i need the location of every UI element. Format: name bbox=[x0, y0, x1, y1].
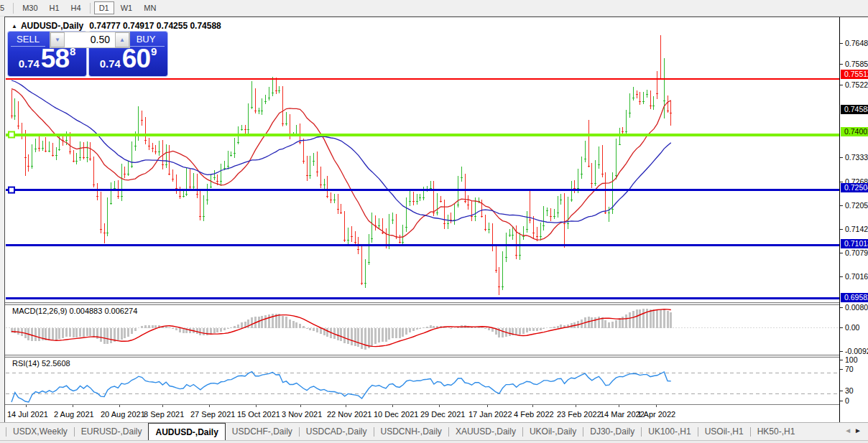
volume-decrease-button[interactable]: ▼ bbox=[50, 32, 65, 47]
chart-symbol-title: AUDUSD-,Daily bbox=[21, 21, 83, 31]
sell-price: 0.74588 bbox=[8, 44, 86, 74]
date-tick-mark bbox=[576, 405, 576, 407]
toolbar-separator bbox=[90, 3, 91, 14]
buy-price-prefix: 0.74 bbox=[100, 57, 121, 70]
price-tick-label: 30 bbox=[845, 386, 854, 395]
date-axis-label: 22 Nov 2021 bbox=[327, 410, 371, 419]
candle-bodies-down bbox=[11, 78, 673, 286]
date-tick-mark bbox=[209, 405, 210, 407]
price-tick-label: 100 bbox=[845, 355, 858, 364]
tab-scroll-right-icon[interactable]: ► bbox=[854, 426, 864, 434]
chart-tab-audusd-daily[interactable]: AUDUSD-,Daily bbox=[148, 423, 225, 440]
volume-spinner: ▼ 0.50 ▲ bbox=[50, 32, 130, 48]
rsi-indicator-label: RSI(14) 52.5608 bbox=[12, 359, 70, 368]
chart-tab-ukoil-daily[interactable]: UKOil-,Daily bbox=[523, 423, 583, 440]
chart-tab-usdchf-daily[interactable]: USDCHF-,Daily bbox=[226, 423, 299, 440]
price-tick-label: 0.72055 bbox=[845, 201, 868, 210]
price-tick-mark bbox=[840, 157, 843, 158]
date-tick-mark bbox=[656, 405, 657, 407]
date-tick-mark bbox=[162, 405, 163, 407]
date-tick-mark bbox=[73, 405, 73, 407]
toolbar-separator bbox=[13, 3, 14, 14]
price-level-badge: 0.75512 bbox=[841, 70, 868, 79]
ma-fast-line bbox=[11, 89, 671, 241]
price-tick-label: 0.73330 bbox=[845, 153, 868, 162]
chart-tab-usdcnh-daily[interactable]: USDCNH-,Daily bbox=[374, 423, 448, 440]
date-tick-mark bbox=[532, 405, 533, 407]
price-tick-mark bbox=[840, 253, 843, 253]
date-tick-mark bbox=[392, 405, 393, 407]
date-axis-label: 2 Aug 2021 bbox=[54, 410, 94, 419]
candle-bodies-up bbox=[14, 90, 665, 287]
chart-tab-hk50-h1[interactable]: HK50-,H1 bbox=[751, 423, 802, 440]
chart-tab-eurusd-daily[interactable]: EURUSD-,Daily bbox=[75, 423, 149, 440]
chevron-up-icon: ▲ bbox=[119, 37, 125, 43]
date-tick-mark bbox=[439, 405, 440, 407]
date-tick-mark bbox=[119, 405, 120, 407]
price-tick-label: 0 bbox=[845, 396, 849, 405]
timeframe-button-m30[interactable]: M30 bbox=[17, 1, 42, 14]
timeframe-button-w1[interactable]: W1 bbox=[116, 1, 138, 14]
date-tick-mark bbox=[26, 405, 27, 407]
sell-price-prefix: 0.74 bbox=[19, 57, 40, 70]
timeframe-button-h4[interactable]: H4 bbox=[66, 1, 86, 14]
macd-indicator-label: MACD(12,26,9) 0.004883 0.006274 bbox=[12, 307, 137, 315]
date-axis-label: 1 Apr 2022 bbox=[637, 410, 675, 419]
chart-tab-usdcad-daily[interactable]: USDCAD-,Daily bbox=[300, 423, 374, 440]
date-axis-label: 15 Oct 2021 bbox=[237, 410, 280, 419]
price-tick-label: 0.76480 bbox=[845, 39, 868, 47]
chart-tab-bar: USDX,WeeklyEURUSD-,DailyAUDUSD-,DailyUSD… bbox=[0, 422, 868, 440]
price-level-badge: 0.74002 bbox=[841, 127, 868, 136]
date-tick-mark bbox=[300, 405, 301, 407]
trading-platform-window: { "toolbar": { "timeframes": [ {"label":… bbox=[0, 0, 868, 443]
timeframe-button-h1[interactable]: H1 bbox=[45, 1, 65, 14]
price-tick-mark bbox=[840, 85, 843, 85]
hline-handle-icon[interactable] bbox=[9, 132, 14, 138]
price-tick-mark bbox=[840, 229, 843, 230]
volume-increase-button[interactable]: ▲ bbox=[115, 32, 129, 47]
price-tick-label: 70 bbox=[845, 365, 854, 373]
date-tick-mark bbox=[346, 405, 346, 407]
price-tick-label: -0.00928 bbox=[845, 347, 868, 355]
price-tick-mark bbox=[840, 64, 843, 65]
price-axis[interactable]: 0.764800.758500.752200.733300.726850.720… bbox=[839, 17, 868, 423]
rsi-pane-canvas[interactable] bbox=[6, 358, 839, 404]
chart-tab-xauusd-daily[interactable]: XAUUSD-,Daily bbox=[449, 423, 522, 440]
volume-input[interactable]: 0.50 bbox=[65, 32, 115, 47]
timeframe-button-5[interactable]: 5 bbox=[0, 1, 9, 14]
date-axis-label: 8 Sep 2021 bbox=[144, 410, 184, 419]
price-tick-label: 0.008061 bbox=[845, 303, 868, 312]
date-tick-mark bbox=[256, 405, 257, 407]
buy-price-pip-digit: 9 bbox=[151, 45, 157, 57]
price-tick-mark bbox=[840, 307, 843, 308]
date-axis-label: 4 Feb 2022 bbox=[514, 410, 554, 419]
status-strip bbox=[0, 440, 868, 443]
collapse-chart-icon[interactable]: ▲ bbox=[11, 23, 17, 29]
date-tick-mark bbox=[487, 405, 488, 407]
ma-slow-line bbox=[11, 80, 671, 223]
price-tick-label: 0.75220 bbox=[845, 80, 868, 89]
timeframe-button-mn[interactable]: MN bbox=[139, 1, 161, 14]
date-tick-mark bbox=[619, 405, 619, 407]
price-tick-mark bbox=[840, 351, 843, 352]
one-click-trading-panel: SELL 0.74588 BUY 0.74609 ▼ 0.50 ▲ bbox=[8, 32, 167, 76]
price-level-badge: 0.72504 bbox=[841, 183, 868, 192]
tab-scroll-left-icon[interactable]: ◄ bbox=[844, 426, 854, 434]
chart-tab-uk100-h1[interactable]: UK100-,H1 bbox=[642, 423, 697, 440]
chart-tab-usoil-h1[interactable]: USOil-,H1 bbox=[698, 423, 750, 440]
date-axis-label: 17 Jan 2022 bbox=[468, 410, 512, 419]
date-axis-label: 10 Dec 2021 bbox=[374, 410, 418, 419]
price-tick-label: 0.70165 bbox=[845, 272, 868, 281]
chart-tab-dj30-daily[interactable]: DJ30-,Daily bbox=[583, 423, 641, 440]
buy-price-big-digits: 60 bbox=[122, 44, 150, 73]
date-axis-label: 14 Jul 2021 bbox=[7, 410, 48, 419]
price-tick-mark bbox=[840, 182, 843, 182]
date-axis[interactable]: 14 Jul 20212 Aug 202120 Aug 20218 Sep 20… bbox=[5, 404, 839, 424]
date-axis-label: 29 Dec 2021 bbox=[420, 410, 465, 419]
date-axis-label: 20 Aug 2021 bbox=[101, 410, 145, 419]
buy-price: 0.74609 bbox=[89, 44, 167, 74]
hline-handle-icon[interactable] bbox=[9, 187, 14, 193]
date-axis-label: 23 Feb 2022 bbox=[557, 410, 601, 419]
chart-tab-usdx-weekly[interactable]: USDX,Weekly bbox=[6, 423, 74, 440]
timeframe-button-d1[interactable]: D1 bbox=[94, 1, 114, 14]
